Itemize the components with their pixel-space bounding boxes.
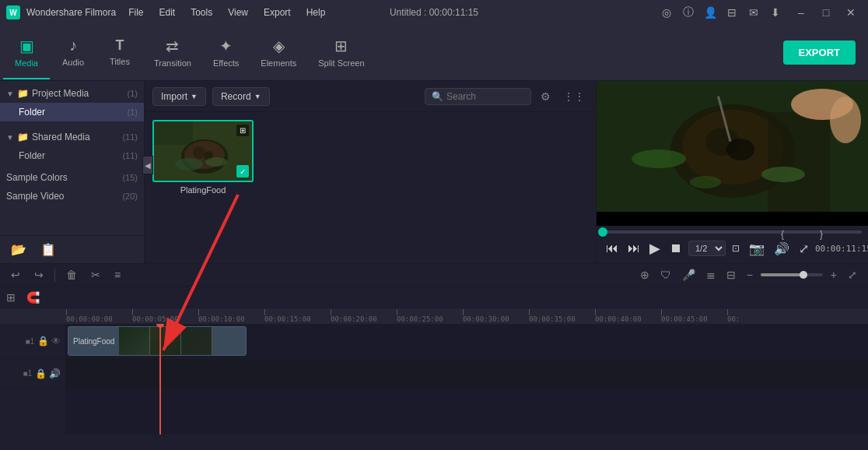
close-button[interactable]: ✕	[840, 5, 862, 20]
video-clip[interactable]: PlatingFood	[68, 326, 247, 356]
account-icon[interactable]: 👤	[702, 4, 719, 21]
ruler-mark-4: 00:00:20:00	[331, 309, 397, 323]
export-button[interactable]: EXPORT	[783, 40, 856, 65]
download-icon[interactable]: ⬇	[767, 4, 784, 21]
progress-thumb[interactable]	[598, 227, 607, 237]
sample-video-count: (20)	[122, 192, 138, 201]
menu-file[interactable]: File	[122, 5, 149, 19]
frame-back-button[interactable]: ⏭	[625, 240, 643, 257]
svg-rect-15	[768, 112, 830, 212]
shield-button[interactable]: 🛡	[657, 267, 674, 283]
sidebar-item-folder[interactable]: Folder (1)	[0, 103, 144, 121]
expand-button[interactable]: ⤢	[845, 267, 860, 283]
folder-icon: 📁	[17, 88, 29, 99]
tab-transition[interactable]: ⇄ Transition	[143, 26, 202, 79]
tab-splitscreen[interactable]: ⊞ Split Screen	[307, 26, 375, 79]
minimize-button[interactable]: –	[790, 5, 812, 20]
project-media-count: (1)	[128, 89, 138, 98]
menu-tools[interactable]: Tools	[184, 5, 219, 19]
project-media-header[interactable]: ▼ 📁 Project Media (1)	[0, 84, 144, 103]
sidebar-item-sample-colors[interactable]: Sample Colors (15)	[0, 168, 144, 187]
cut-button[interactable]: ✂	[88, 267, 103, 283]
snapshot-button[interactable]: 📷	[746, 240, 768, 258]
media-icon: ▣	[19, 37, 34, 55]
menu-export[interactable]: Export	[257, 5, 297, 19]
separator1	[54, 268, 55, 282]
list-button[interactable]: ≣	[703, 267, 719, 283]
crop-button[interactable]: ⊟	[723, 267, 739, 283]
redo-button[interactable]: ↪	[31, 267, 47, 283]
progress-bar[interactable]: { }	[603, 230, 862, 234]
left-panel: ▼ 📁 Project Media (1) Folder (1) ▼ 📁 Sha…	[0, 81, 145, 263]
volume-icon[interactable]: 🔊	[49, 368, 61, 379]
zoom-out-button[interactable]: −	[744, 267, 756, 283]
thumb-grid-icon: ⊞	[236, 125, 249, 136]
quality-select[interactable]: 1/2 1/4 Full	[688, 241, 726, 256]
community-icon[interactable]: ◎	[658, 4, 675, 21]
search-input[interactable]	[446, 91, 524, 102]
mic-button[interactable]: 🎤	[679, 267, 698, 283]
menu-edit[interactable]: Edit	[153, 5, 182, 19]
tab-titles[interactable]: T Titles	[96, 26, 143, 79]
shared-media-header[interactable]: ▼ 📁 Shared Media (11)	[0, 128, 144, 146]
lock-icon-2[interactable]: 🔒	[35, 368, 47, 379]
grid-view-button[interactable]: ⋮⋮	[560, 89, 588, 104]
in-point[interactable]: {	[781, 229, 784, 240]
titlebar-icons: ◎ ⓘ 👤 ⊟ ✉ ⬇	[658, 4, 784, 21]
search-box: 🔍	[425, 88, 531, 105]
media-panel: Import ▼ Record ▼ 🔍 ⚙ ⋮⋮	[145, 81, 596, 263]
panel-collapse-button[interactable]: ◀	[142, 156, 153, 174]
menu-help[interactable]: Help	[300, 5, 332, 19]
import-button[interactable]: Import ▼	[152, 87, 206, 106]
settings-button[interactable]: ≡	[111, 267, 124, 283]
tab-elements[interactable]: ◈ Elements	[250, 26, 307, 79]
fit-button[interactable]: ⊡	[729, 241, 743, 255]
tab-audio[interactable]: ♪ Audio	[50, 26, 96, 79]
zoom-thumb[interactable]	[800, 271, 807, 279]
filter-button[interactable]: ⚙	[537, 89, 554, 104]
eye-icon[interactable]: 👁	[51, 336, 61, 346]
sidebar-item-sample-video[interactable]: Sample Video (20)	[0, 187, 144, 206]
track-label-2: ■1 🔒 🔊	[0, 359, 65, 388]
zoom-slider[interactable]	[761, 273, 823, 276]
undo-button[interactable]: ↩	[8, 267, 23, 283]
info-icon[interactable]: ⓘ	[680, 4, 697, 21]
ruler-mark-10: 00:	[727, 309, 793, 323]
volume-button[interactable]: 🔊	[771, 240, 793, 258]
timeline-magnet-button[interactable]: 🧲	[23, 290, 43, 305]
new-bin-button[interactable]: 📋	[37, 241, 59, 258]
delete-button[interactable]: 🗑	[63, 267, 80, 283]
fullscreen-button[interactable]: ⤢	[796, 240, 812, 258]
elements-label: Elements	[261, 58, 296, 68]
media-item-platingfood[interactable]: ⊞ ✓ PlatingFood	[152, 120, 254, 195]
timeline-cursor[interactable]	[159, 324, 161, 434]
mail-icon[interactable]: ✉	[745, 4, 762, 21]
new-folder-button[interactable]: 📂	[8, 241, 30, 258]
layout-icon[interactable]: ⊟	[723, 4, 740, 21]
maximize-button[interactable]: □	[815, 5, 837, 20]
lock-icon[interactable]: 🔒	[37, 336, 49, 346]
step-back-button[interactable]: ⏮	[603, 240, 621, 257]
sample-colors-count: (15)	[122, 173, 138, 182]
tab-effects[interactable]: ✦ Effects	[202, 26, 250, 79]
tab-media[interactable]: ▣ Media	[3, 26, 50, 79]
zoom-in-button[interactable]: +	[828, 267, 840, 283]
snap-button[interactable]: ⊕	[637, 267, 653, 283]
project-media-label: Project Media	[32, 88, 89, 99]
menu-view[interactable]: View	[222, 5, 254, 19]
track-label-1: ■1 🔒 👁	[0, 324, 65, 359]
out-point[interactable]: }	[820, 229, 823, 240]
media-toolbar: Import ▼ Record ▼ 🔍 ⚙ ⋮⋮	[145, 81, 596, 112]
stop-button[interactable]: ⏹	[667, 240, 685, 257]
svg-point-20	[690, 176, 721, 188]
record-button[interactable]: Record ▼	[212, 87, 270, 106]
splitscreen-icon: ⊞	[334, 37, 348, 55]
track-icons-2: 🔒 🔊	[35, 368, 61, 379]
sidebar-item-shared-folder[interactable]: Folder (11)	[0, 146, 144, 165]
svg-rect-7	[154, 121, 193, 145]
timeline-add-track-button[interactable]: ⊞	[3, 290, 19, 305]
import-dropdown-arrow: ▼	[191, 93, 198, 100]
play-button[interactable]: ▶	[646, 238, 663, 258]
ruler-mark-5: 00:00:25:00	[397, 309, 463, 323]
svg-point-14	[726, 139, 754, 160]
